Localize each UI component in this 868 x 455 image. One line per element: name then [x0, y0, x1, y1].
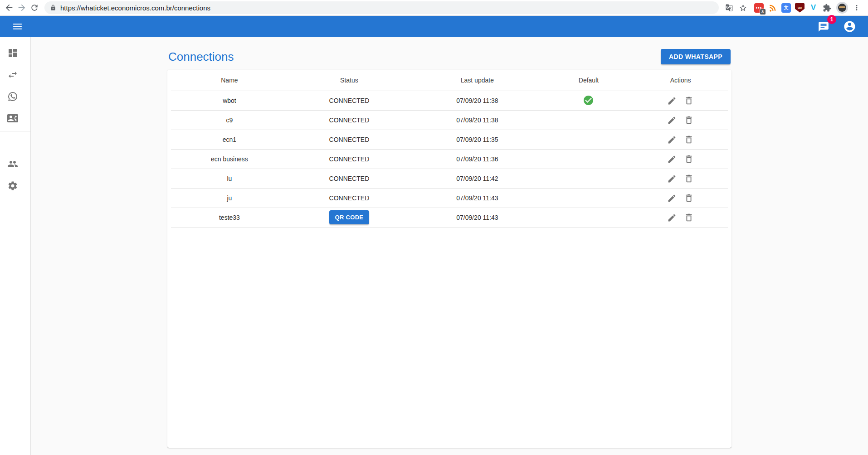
translate-extension-icon[interactable]: 文 [781, 3, 791, 13]
connection-name: lu [171, 169, 288, 188]
hamburger-menu-button[interactable] [9, 18, 26, 35]
edit-button[interactable] [664, 211, 679, 224]
notification-count-badge: 1 [827, 15, 836, 24]
edit-pencil-icon [667, 174, 677, 184]
back-arrow-icon [4, 3, 14, 13]
forward-button[interactable] [15, 1, 28, 14]
contact-phone-icon [7, 113, 18, 124]
settings-gear-icon [7, 180, 18, 191]
account-menu-button[interactable] [840, 17, 859, 36]
connection-name: wbot [171, 91, 288, 110]
extensions-tray: ••• 3 文 U0 V [754, 3, 832, 13]
account-circle-icon [843, 20, 856, 33]
connection-last-update: 07/09/20 11:43 [410, 208, 544, 227]
extension-count-badge: 3 [760, 9, 766, 15]
connection-name: ecn business [171, 149, 288, 169]
connection-status: CONNECTED [329, 155, 370, 163]
connections-card: Name Status Last update Default Actions … [167, 70, 731, 448]
browser-toolbar: https://whaticket.economicros.com.br/con… [0, 0, 868, 16]
connections-table: Name Status Last update Default Actions … [171, 70, 728, 228]
table-row: c9 CONNECTED 07/09/20 11:38 [171, 110, 728, 130]
people-icon [7, 159, 18, 169]
url-text: https://whaticket.economicros.com.br/con… [60, 4, 210, 12]
forward-arrow-icon [17, 3, 27, 13]
trash-icon [684, 193, 694, 203]
connection-status: CONNECTED [329, 194, 370, 202]
sidebar-item-tickets[interactable] [0, 86, 30, 107]
edit-pencil-icon [667, 213, 677, 223]
menu-icon [12, 21, 23, 32]
table-row: ecn1 CONNECTED 07/09/20 11:35 [171, 130, 728, 149]
header-status: Status [288, 70, 410, 91]
app-bar: 1 [0, 16, 868, 37]
connection-status: CONNECTED [329, 97, 370, 104]
trash-icon [684, 174, 694, 184]
sidebar-item-contacts[interactable] [0, 107, 30, 129]
connection-last-update: 07/09/20 11:35 [410, 130, 544, 149]
connection-status: CONNECTED [329, 116, 370, 124]
connection-name: c9 [171, 110, 288, 130]
connection-last-update: 07/09/20 11:42 [410, 169, 544, 188]
reload-button[interactable] [28, 1, 41, 14]
trash-icon [684, 135, 694, 145]
delete-button[interactable] [681, 211, 697, 224]
trash-icon [684, 213, 694, 223]
table-row: wbot CONNECTED 07/09/20 11:38 [171, 91, 728, 110]
browser-menu-kebab-icon[interactable] [851, 2, 863, 14]
sidebar-item-users[interactable] [0, 153, 30, 175]
connection-last-update: 07/09/20 11:38 [410, 91, 544, 110]
default-check-icon [583, 95, 594, 106]
sidebar-item-dashboard[interactable] [0, 42, 30, 64]
chat-icon [818, 21, 829, 33]
swap-horizontal-icon [7, 69, 18, 80]
connection-last-update: 07/09/20 11:38 [410, 110, 544, 130]
browser-window: https://whaticket.economicros.com.br/con… [0, 0, 868, 455]
edit-pencil-icon [667, 96, 677, 106]
delete-button[interactable] [681, 113, 697, 127]
extensions-puzzle-icon[interactable] [822, 3, 832, 13]
vimeo-extension-icon[interactable]: V [809, 3, 818, 13]
edit-button[interactable] [664, 114, 679, 127]
add-whatsapp-button[interactable]: ADD WHATSAPP [661, 49, 731, 64]
delete-button[interactable] [681, 191, 697, 205]
whatsapp-icon [7, 91, 18, 102]
reload-icon [30, 3, 39, 12]
ninja-avatar-icon [838, 4, 846, 12]
connection-name: teste33 [171, 208, 288, 227]
delete-button[interactable] [681, 152, 697, 166]
sidebar-divider [0, 131, 30, 131]
header-last-update: Last update [410, 70, 544, 91]
connection-last-update: 07/09/20 11:36 [410, 149, 544, 169]
page-header: Connections ADD WHATSAPP [167, 44, 731, 70]
edit-button[interactable] [664, 153, 679, 166]
trash-icon [684, 96, 694, 106]
edit-button[interactable] [664, 94, 679, 107]
sidebar-item-connections[interactable] [0, 64, 30, 86]
sidebar-item-settings[interactable] [0, 175, 30, 197]
connection-name: ju [171, 188, 288, 208]
page-title: Connections [168, 50, 234, 64]
delete-button[interactable] [681, 94, 697, 107]
connection-status: CONNECTED [329, 136, 370, 143]
ublock-shield-icon[interactable]: U0 [795, 3, 805, 13]
qr-code-button[interactable]: QR CODE [329, 210, 370, 224]
bookmark-star-icon[interactable] [737, 2, 749, 14]
connection-last-update: 07/09/20 11:43 [410, 188, 544, 208]
edit-button[interactable] [664, 192, 679, 205]
delete-button[interactable] [681, 172, 697, 185]
browser-profile-avatar[interactable] [836, 2, 848, 14]
rss-extension-icon[interactable] [768, 3, 777, 13]
address-bar[interactable]: https://whaticket.economicros.com.br/con… [44, 1, 719, 14]
back-button[interactable] [3, 1, 15, 14]
delete-button[interactable] [681, 133, 697, 146]
connection-name: ecn1 [171, 130, 288, 149]
table-header-row: Name Status Last update Default Actions [171, 70, 728, 91]
header-default: Default [544, 70, 633, 91]
edit-button[interactable] [664, 172, 679, 185]
extension-red-icon[interactable]: ••• 3 [754, 3, 764, 13]
table-row: ecn business CONNECTED 07/09/20 11:36 [171, 149, 728, 169]
trash-icon [684, 154, 694, 164]
edit-button[interactable] [664, 133, 679, 146]
translate-page-icon[interactable] [723, 2, 735, 14]
table-row: teste33 QR CODE 07/09/20 11:43 [171, 208, 728, 227]
